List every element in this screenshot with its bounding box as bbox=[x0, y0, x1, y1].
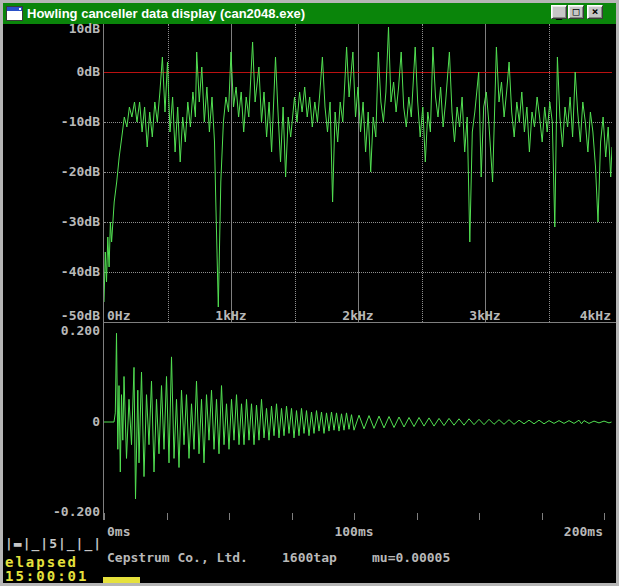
y-tick-label: 0.200 bbox=[30, 324, 100, 338]
y-tick-label: 10dB bbox=[30, 22, 100, 36]
y-tick-label: -30dB bbox=[30, 215, 100, 229]
app-icon-close-dot bbox=[19, 8, 21, 10]
elapsed-time: 15:00:01 bbox=[5, 569, 88, 584]
mu-label: mu=0.00005 bbox=[372, 551, 450, 565]
app-window-icon bbox=[6, 6, 23, 21]
waveform-polyline bbox=[104, 333, 612, 499]
y-tick-label: -20dB bbox=[30, 165, 100, 179]
app-window: Howling canceller data display (can2048.… bbox=[0, 0, 619, 586]
x-tick-label: 100ms bbox=[326, 525, 382, 539]
status-indicator-strip: |▬|_|5|_|_| bbox=[5, 537, 102, 551]
minimize-button[interactable]: _ bbox=[551, 5, 567, 19]
spectrum-polyline bbox=[104, 27, 612, 307]
waveform-trace bbox=[104, 323, 612, 518]
company-label: Cepstrum Co., Ltd. bbox=[107, 551, 248, 565]
y-tick-label: -50dB bbox=[30, 309, 100, 323]
x-tick-label: 200ms bbox=[547, 525, 603, 539]
maximize-button[interactable]: □ bbox=[568, 5, 584, 19]
y-tick-label: -40dB bbox=[30, 265, 100, 279]
x-tick-label: 0ms bbox=[107, 525, 130, 539]
close-button[interactable]: × bbox=[587, 5, 603, 19]
y-tick-label: 0dB bbox=[30, 65, 100, 79]
progress-bar bbox=[103, 577, 140, 583]
y-tick-label: 0 bbox=[30, 415, 100, 429]
taps-label: 1600tap bbox=[282, 551, 337, 565]
window-title: Howling canceller data display (can2048.… bbox=[27, 6, 305, 21]
y-tick-label: -0.200 bbox=[30, 505, 100, 519]
y-tick-label: -10dB bbox=[30, 115, 100, 129]
spectrum-trace bbox=[104, 24, 612, 322]
